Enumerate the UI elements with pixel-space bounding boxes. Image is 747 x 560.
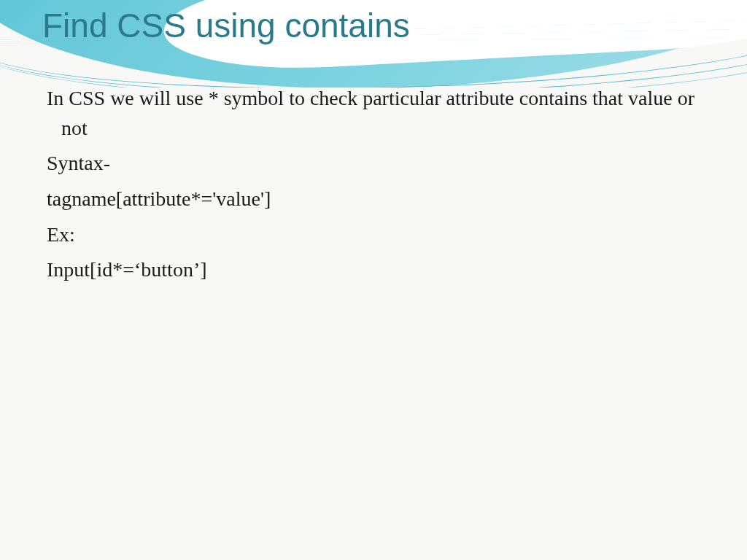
body-paragraph-4: Ex: xyxy=(47,220,703,250)
body-paragraph-3: tagname[attribute*='value'] xyxy=(47,184,703,214)
body-paragraph-2: Syntax- xyxy=(47,149,703,179)
slide-title: Find CSS using contains xyxy=(0,0,747,46)
body-paragraph-5: Input[id*=‘button’] xyxy=(47,255,703,285)
body-paragraph-1: In CSS we will use * symbol to check par… xyxy=(47,84,703,143)
slide-body: In CSS we will use * symbol to check par… xyxy=(0,46,747,285)
